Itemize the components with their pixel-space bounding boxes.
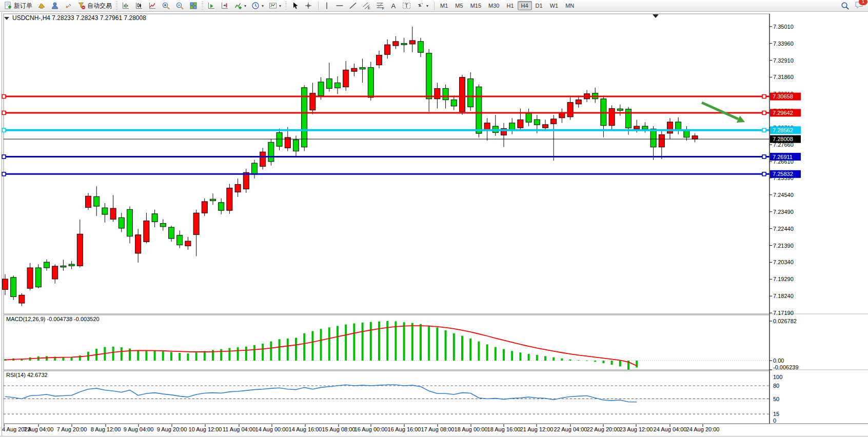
new-order-label: 新订单 xyxy=(14,2,32,10)
time-tick-label: 17 Aug 08:00 xyxy=(421,426,455,432)
chart-canvas[interactable]: MACD(12,26,9) -0.004738 -0.003520RSI(14)… xyxy=(0,0,868,437)
channel-tool-button[interactable]: E xyxy=(360,1,373,11)
auto-scroll-button[interactable] xyxy=(205,1,218,11)
line-handle[interactable] xyxy=(2,111,6,114)
timeframe-mn-button[interactable]: MN xyxy=(562,1,578,10)
timeframe-m5-button[interactable]: M5 xyxy=(451,1,466,10)
candle-chart-icon xyxy=(135,2,143,10)
price-tick-label: 7.18240 xyxy=(773,293,794,299)
macd-histogram-bar xyxy=(220,349,222,361)
candlestick xyxy=(634,126,640,129)
chevron-down-icon: ▾ xyxy=(426,4,428,8)
macd-histogram-bar xyxy=(370,322,372,361)
macd-histogram-bar xyxy=(378,322,380,361)
time-tick-label: 14 Aug 00:00 xyxy=(255,426,289,432)
timeframe-m15-button[interactable]: M15 xyxy=(467,1,485,10)
zoom-out-button[interactable] xyxy=(173,1,187,11)
line-chart-button[interactable] xyxy=(146,1,159,11)
time-tick-label: 9 Aug 04:00 xyxy=(124,426,154,432)
price-tag-label: 7.25832 xyxy=(773,171,793,177)
algo-trading-button[interactable]: 自动交易 xyxy=(75,1,114,11)
line-handle[interactable] xyxy=(762,155,766,158)
svg-text:T: T xyxy=(405,3,408,9)
candlestick xyxy=(177,235,183,245)
text-tool-button[interactable]: A xyxy=(387,1,400,11)
macd-histogram-bar xyxy=(121,347,123,361)
candlestick xyxy=(19,295,25,303)
cursor-tool-button[interactable] xyxy=(288,1,302,11)
search-icon[interactable] xyxy=(841,2,850,10)
toolbar-grip xyxy=(285,2,287,10)
main-chart-area[interactable] xyxy=(4,14,770,314)
template-icon xyxy=(269,2,277,10)
price-tick-label: 7.33960 xyxy=(773,41,794,47)
line-handle[interactable] xyxy=(2,128,6,132)
candle-chart-button[interactable] xyxy=(132,1,146,11)
chat-button[interactable]: 1 xyxy=(855,1,864,11)
candlestick xyxy=(642,126,648,129)
macd-histogram-bar xyxy=(578,360,580,361)
market-button[interactable] xyxy=(35,1,48,11)
bar-chart-button[interactable] xyxy=(119,1,132,11)
candlestick xyxy=(326,79,332,89)
candlestick xyxy=(401,44,407,45)
candlestick xyxy=(144,221,149,242)
timeframe-h1-button[interactable]: H1 xyxy=(503,1,517,10)
candlestick xyxy=(443,88,448,100)
horizontal-line-tool-button[interactable] xyxy=(333,1,346,11)
timeframe-m1-button[interactable]: M1 xyxy=(437,1,451,10)
periods-button[interactable]: ▾ xyxy=(249,1,266,11)
line-handle[interactable] xyxy=(762,95,766,98)
rsi-area[interactable] xyxy=(4,371,770,424)
svg-text:A: A xyxy=(391,2,396,10)
timeframe-m30-button[interactable]: M30 xyxy=(485,1,503,10)
price-tag-label: 7.28562 xyxy=(773,127,793,133)
vertical-line-tool-button[interactable] xyxy=(321,1,333,11)
chart-shift-button[interactable] xyxy=(218,1,231,11)
macd-histogram-bar xyxy=(129,348,131,361)
macd-histogram-bar xyxy=(536,355,538,361)
timeframe-d1-button[interactable]: D1 xyxy=(532,1,546,10)
macd-histogram-bar xyxy=(328,327,330,361)
tile-windows-button[interactable] xyxy=(187,1,200,11)
macd-histogram-bar xyxy=(478,342,480,361)
macd-histogram-bar xyxy=(245,347,247,361)
trendline-tool-button[interactable] xyxy=(346,1,360,11)
line-handle[interactable] xyxy=(762,111,766,114)
templates-button[interactable]: ▾ xyxy=(266,1,284,11)
text-label-tool-button[interactable]: T xyxy=(400,1,413,11)
indicators-button[interactable]: ▾ xyxy=(231,1,249,11)
time-tick-label: 22 Aug 20:00 xyxy=(587,426,620,432)
macd-histogram-bar xyxy=(270,342,272,361)
candlestick xyxy=(127,209,133,236)
signals-button[interactable] xyxy=(62,1,75,11)
line-handle[interactable] xyxy=(2,155,6,158)
line-handle[interactable] xyxy=(762,128,766,132)
svg-text:F: F xyxy=(382,7,384,10)
candlestick xyxy=(193,213,199,234)
community-button[interactable] xyxy=(48,1,62,11)
timeframe-w1-button[interactable]: W1 xyxy=(546,1,562,10)
time-tick-label: 22 Aug 04:00 xyxy=(554,426,587,432)
line-handle[interactable] xyxy=(762,172,766,176)
price-tag-label: 7.30658 xyxy=(773,93,793,100)
price-tick-label: 7.24540 xyxy=(773,192,794,198)
chart-title-text: USDCNH-,H4 7.28233 7.28243 7.27961 7.280… xyxy=(12,14,146,22)
zoom-in-button[interactable] xyxy=(159,1,173,11)
crosshair-tool-button[interactable] xyxy=(302,1,315,11)
price-tick-label: 7.17190 xyxy=(773,310,794,316)
arrows-tool-button[interactable]: ▾ xyxy=(413,1,431,11)
chart-title: USDCNH-,H4 7.28233 7.28243 7.27961 7.280… xyxy=(4,14,146,22)
line-handle[interactable] xyxy=(2,172,6,176)
line-handle[interactable] xyxy=(2,95,6,98)
time-tick-label: 14 Aug 16:00 xyxy=(289,426,322,432)
trendline-icon xyxy=(349,2,357,10)
time-tick-label: 7 Aug 20:00 xyxy=(57,426,87,432)
candlestick xyxy=(318,82,324,96)
new-order-button[interactable]: 新订单 xyxy=(2,1,35,11)
macd-histogram-bar xyxy=(345,325,347,361)
macd-histogram-bar xyxy=(204,351,206,361)
fibonacci-tool-button[interactable]: F xyxy=(373,1,387,11)
time-tick-label: 15 Aug 08:00 xyxy=(322,426,356,432)
timeframe-h4-button[interactable]: H4 xyxy=(518,1,532,10)
